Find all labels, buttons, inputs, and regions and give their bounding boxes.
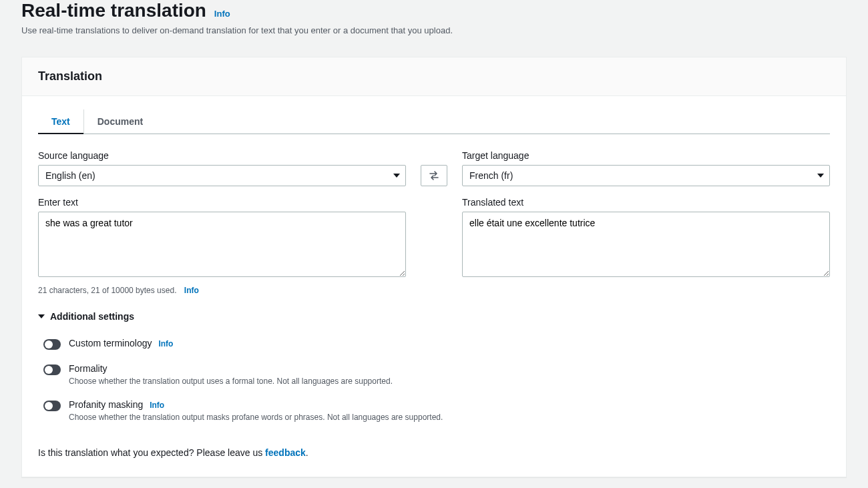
target-language-value: French (fr)	[469, 170, 513, 181]
swap-column	[414, 150, 454, 186]
additional-settings-label: Additional settings	[50, 311, 134, 322]
source-column: Source language English (en) Enter text	[38, 150, 406, 279]
setting-label: Custom terminology	[69, 338, 152, 348]
panel-title: Translation	[38, 69, 830, 83]
setting-label: Formality	[69, 363, 107, 374]
character-counter: 21 characters, 21 of 10000 bytes used. I…	[38, 286, 830, 295]
tab-text[interactable]: Text	[38, 109, 84, 134]
feedback-link[interactable]: feedback	[265, 447, 306, 458]
feedback-prefix: Is this translation what you expected? P…	[38, 447, 265, 458]
additional-settings-toggle[interactable]: Additional settings	[38, 311, 830, 322]
caret-down-icon	[393, 174, 400, 178]
translated-text-label: Translated text	[462, 197, 830, 208]
counter-info-link[interactable]: Info	[184, 286, 199, 295]
setting-profanity-masking: Profanity masking Info Choose whether th…	[43, 393, 830, 429]
setting-info-link[interactable]: Info	[150, 401, 164, 410]
counter-text: 21 characters, 21 of 10000 bytes used.	[38, 286, 176, 295]
page-title: Real-time translation	[21, 0, 206, 21]
translated-text-output[interactable]	[462, 212, 830, 277]
toggle-formality[interactable]	[43, 364, 61, 375]
target-language-select[interactable]: French (fr)	[462, 165, 830, 186]
toggle-custom-terminology[interactable]	[43, 339, 61, 350]
setting-custom-terminology: Custom terminology Info	[43, 331, 830, 356]
setting-info-link[interactable]: Info	[158, 339, 173, 348]
panel-header: Translation	[22, 57, 846, 96]
feedback-line: Is this translation what you expected? P…	[38, 447, 830, 458]
setting-desc: Choose whether the translation output ma…	[69, 413, 830, 422]
target-column: Target language French (fr) Translated t…	[462, 150, 830, 279]
caret-down-icon	[38, 314, 45, 318]
caret-down-icon	[817, 174, 824, 178]
toggle-profanity-masking[interactable]	[43, 401, 61, 411]
page-info-link[interactable]: Info	[214, 9, 230, 19]
swap-icon	[429, 171, 439, 180]
tab-document[interactable]: Document	[84, 109, 156, 134]
setting-formality: Formality Choose whether the translation…	[43, 356, 830, 393]
target-language-label: Target language	[462, 150, 830, 161]
setting-desc: Choose whether the translation output us…	[69, 377, 830, 386]
translation-panel: Translation Text Document Source languag…	[21, 57, 847, 477]
feedback-suffix: .	[306, 447, 308, 458]
swap-languages-button[interactable]	[421, 165, 447, 186]
source-language-value: English (en)	[45, 170, 95, 181]
tabs: Text Document	[38, 109, 830, 134]
source-language-label: Source language	[38, 150, 406, 161]
source-text-input[interactable]	[38, 212, 406, 277]
page-description: Use real-time translations to deliver on…	[21, 25, 847, 35]
enter-text-label: Enter text	[38, 197, 406, 208]
source-language-select[interactable]: English (en)	[38, 165, 406, 186]
settings-list: Custom terminology Info Formality Choose…	[38, 331, 830, 429]
setting-label: Profanity masking	[69, 399, 143, 410]
